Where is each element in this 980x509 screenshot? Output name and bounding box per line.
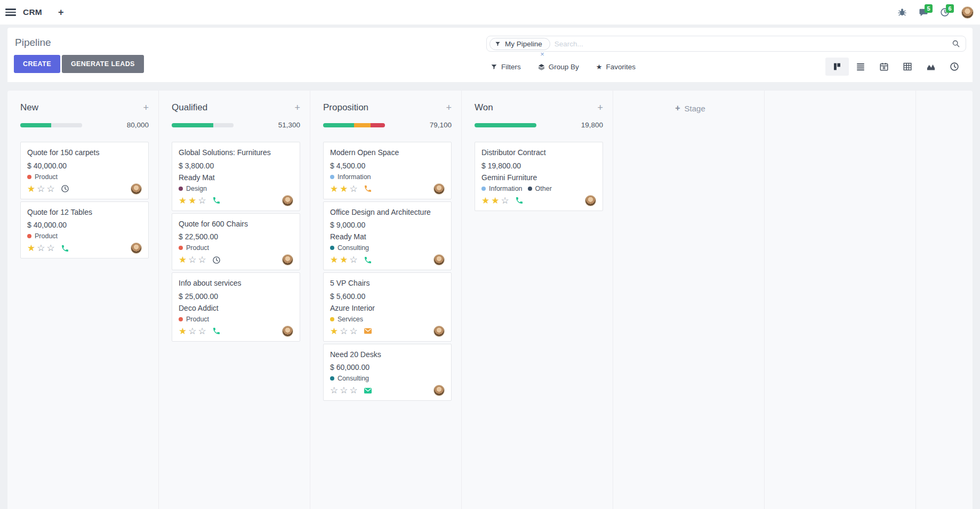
star-icon[interactable]: ★	[481, 196, 489, 205]
star-rating[interactable]: ★★☆	[179, 196, 206, 205]
progress-segment[interactable]	[213, 123, 234, 127]
generate-leads-button[interactable]: GENERATE LEADS	[62, 55, 144, 73]
star-icon[interactable]: ★	[27, 244, 35, 253]
star-icon[interactable]: ★	[179, 255, 187, 264]
quick-create-icon[interactable]: +	[446, 103, 452, 112]
star-icon[interactable]: ★	[491, 196, 499, 205]
star-icon[interactable]: ★	[330, 255, 338, 264]
star-icon[interactable]: ☆	[350, 184, 358, 193]
avatar[interactable]	[433, 254, 445, 265]
phone-icon[interactable]	[212, 327, 221, 335]
kanban-card[interactable]: Quote for 150 carpets $ 40,000.00 Produc…	[20, 142, 149, 199]
search-bar[interactable]: My Pipeline ×	[486, 36, 966, 52]
progress-segment[interactable]	[172, 123, 213, 127]
star-icon[interactable]: ★	[179, 196, 187, 205]
search-input[interactable]	[555, 40, 952, 48]
facet-remove-icon[interactable]: ×	[540, 50, 544, 58]
star-icon[interactable]: ☆	[47, 184, 55, 193]
star-icon[interactable]: ☆	[350, 255, 358, 264]
apps-menu-icon[interactable]	[5, 9, 16, 16]
column-progressbar[interactable]	[20, 123, 82, 127]
star-rating[interactable]: ★☆☆	[179, 255, 206, 264]
progress-segment[interactable]	[323, 123, 354, 127]
progress-segment[interactable]	[51, 123, 82, 127]
user-avatar[interactable]	[961, 6, 974, 19]
star-icon[interactable]: ☆	[330, 386, 338, 395]
avatar[interactable]	[131, 243, 142, 254]
list-view-button[interactable]	[849, 58, 872, 76]
star-icon[interactable]: ☆	[198, 196, 206, 205]
star-icon[interactable]: ★	[27, 184, 35, 193]
debug-bug-icon[interactable]	[897, 7, 907, 17]
quick-create-icon[interactable]: +	[597, 103, 603, 112]
kanban-card[interactable]: 5 VP Chairs $ 5,600.00 Azure Interior Se…	[323, 272, 452, 342]
messages-icon[interactable]: 5	[919, 7, 928, 17]
star-icon[interactable]: ★	[340, 184, 348, 193]
star-icon[interactable]: ☆	[198, 255, 206, 264]
star-icon[interactable]: ☆	[47, 244, 55, 253]
mail-icon[interactable]	[364, 386, 372, 395]
avatar[interactable]	[282, 326, 293, 337]
star-icon[interactable]: ☆	[188, 255, 196, 264]
kanban-card[interactable]: Need 20 Desks $ 60,000.00 Consulting ☆☆☆	[323, 344, 452, 401]
clock-icon[interactable]	[61, 184, 69, 193]
star-icon[interactable]: ☆	[340, 386, 348, 395]
column-progressbar[interactable]	[323, 123, 385, 127]
activity-view-button[interactable]	[943, 58, 966, 76]
add-stage-button[interactable]: +Stage	[675, 103, 705, 113]
star-rating[interactable]: ★☆☆	[330, 327, 358, 336]
progress-segment[interactable]	[354, 123, 371, 127]
graph-view-button[interactable]	[919, 58, 943, 76]
star-icon[interactable]: ★	[340, 255, 348, 264]
star-icon[interactable]: ☆	[198, 327, 206, 336]
create-button[interactable]: CREATE	[14, 55, 60, 73]
group-by-dropdown[interactable]: Group By	[538, 63, 579, 71]
kanban-card[interactable]: Office Design and Architecture $ 9,000.0…	[323, 201, 452, 271]
progress-segment[interactable]	[475, 123, 536, 127]
kanban-card[interactable]: Modern Open Space $ 4,500.00 Information…	[323, 142, 452, 199]
column-progressbar[interactable]	[475, 123, 536, 127]
star-icon[interactable]: ☆	[188, 327, 196, 336]
filters-dropdown[interactable]: Filters	[491, 63, 521, 71]
activities-clock-icon[interactable]: 6	[940, 7, 950, 17]
star-icon[interactable]: ★	[330, 327, 338, 336]
progress-segment[interactable]	[371, 123, 385, 127]
star-rating[interactable]: ★☆☆	[27, 244, 55, 253]
star-rating[interactable]: ★☆☆	[179, 327, 206, 336]
avatar[interactable]	[433, 326, 445, 337]
star-rating[interactable]: ★★☆	[330, 255, 358, 264]
star-icon[interactable]: ★	[179, 327, 187, 336]
avatar[interactable]	[433, 385, 445, 396]
app-name-menu[interactable]: CRM	[23, 7, 42, 17]
phone-icon[interactable]	[364, 184, 372, 193]
star-icon[interactable]: ★	[330, 184, 338, 193]
avatar[interactable]	[131, 183, 142, 195]
pivot-view-button[interactable]	[896, 58, 919, 76]
star-rating[interactable]: ★☆☆	[27, 184, 55, 193]
star-icon[interactable]: ☆	[350, 327, 358, 336]
mail-icon[interactable]	[364, 327, 372, 335]
avatar[interactable]	[282, 195, 293, 206]
star-icon[interactable]: ☆	[340, 327, 348, 336]
phone-icon[interactable]	[61, 244, 69, 253]
star-icon[interactable]: ☆	[501, 196, 509, 205]
avatar[interactable]	[433, 183, 445, 195]
progress-segment[interactable]	[20, 123, 51, 127]
kanban-card[interactable]: Global Solutions: Furnitures $ 3,800.00 …	[172, 142, 300, 211]
kanban-card[interactable]: Quote for 600 Chairs $ 22,500.00 Product…	[172, 213, 300, 271]
kanban-card[interactable]: Quote for 12 Tables $ 40,000.00 Product …	[20, 201, 149, 259]
search-icon[interactable]	[952, 39, 960, 48]
avatar[interactable]	[585, 195, 596, 206]
favorites-dropdown[interactable]: ★Favorites	[596, 63, 636, 71]
calendar-view-button[interactable]	[872, 58, 896, 76]
star-icon[interactable]: ☆	[350, 386, 358, 395]
star-icon[interactable]: ★	[188, 196, 196, 205]
kanban-card[interactable]: Distributor Contract $ 19,800.00 Gemini …	[475, 142, 603, 211]
star-rating[interactable]: ★★☆	[481, 196, 509, 205]
quick-create-icon[interactable]: +	[294, 103, 300, 112]
star-rating[interactable]: ☆☆☆	[330, 386, 358, 395]
column-progressbar[interactable]	[172, 123, 234, 127]
quick-create-icon[interactable]: +	[143, 103, 149, 112]
avatar[interactable]	[282, 254, 293, 265]
phone-icon[interactable]	[212, 196, 221, 205]
